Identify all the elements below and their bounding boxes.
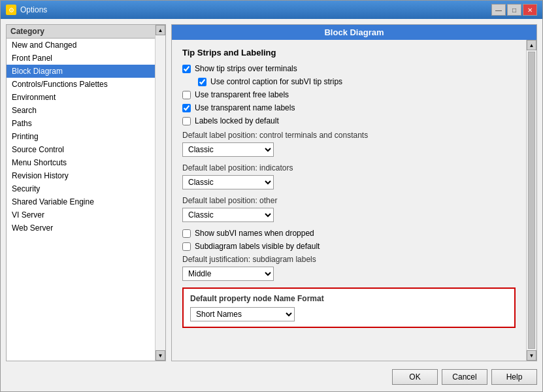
checkbox-row-2: Use control caption for subVI tip strips [198, 77, 516, 86]
right-scrollbar: ▲ ▼ [526, 40, 536, 361]
dropdown-select-subdiagram[interactable]: Middle Left Right [182, 267, 274, 281]
window-content: Category New and Changed Front Panel Blo… [1, 19, 542, 391]
checkbox-row-3: Use transparent free labels [182, 90, 516, 99]
dropdown-label-subdiagram: Default justification: subdiagram labels [182, 255, 516, 264]
scroll-track [156, 35, 165, 350]
category-list: New and Changed Front Panel Block Diagra… [7, 39, 155, 235]
dropdown-label-1: Default label position: control terminal… [182, 131, 516, 140]
checkbox-transparent-name-label: Use transparent name labels [195, 103, 295, 112]
left-list-content: Category New and Changed Front Panel Blo… [7, 25, 155, 361]
right-panel-container: Block Diagram Tip Strips and Labeling Sh… [171, 24, 537, 361]
right-panel-body: Tip Strips and Labeling Show tip strips … [172, 40, 536, 361]
main-area: Category New and Changed Front Panel Blo… [6, 24, 537, 361]
checkbox-control-caption[interactable] [198, 78, 206, 86]
dropdown-section-3: Default label position: other Classic To… [182, 196, 516, 222]
dropdown-label-2: Default label position: indicators [182, 163, 516, 172]
title-bar-left: ⚙ Options [6, 5, 47, 15]
category-header: Category [7, 25, 155, 39]
category-item-revision-history[interactable]: Revision History [7, 169, 155, 182]
right-panel-content: Tip Strips and Labeling Show tip strips … [172, 40, 526, 361]
cancel-button[interactable]: Cancel [442, 369, 487, 385]
category-item-menu-shortcuts[interactable]: Menu Shortcuts [7, 156, 155, 169]
window-icon: ⚙ [6, 5, 16, 15]
section-title: Tip Strips and Labeling [182, 48, 516, 57]
checkbox-transparent-free-label: Use transparent free labels [195, 90, 289, 99]
category-item-printing[interactable]: Printing [7, 130, 155, 143]
checkbox-row-6: Show subVI names when dropped [182, 229, 516, 238]
dropdown-label-3: Default label position: other [182, 196, 516, 205]
title-bar: ⚙ Options — □ ✕ [1, 1, 542, 19]
left-panel: Category New and Changed Front Panel Blo… [6, 24, 166, 361]
right-scroll-up-btn[interactable]: ▲ [527, 40, 536, 50]
dropdown-select-2[interactable]: Classic Top Bottom Left Right [182, 175, 274, 189]
help-button[interactable]: Help [491, 369, 537, 385]
dropdown-section-1: Default label position: control terminal… [182, 131, 516, 157]
category-item-new-changed[interactable]: New and Changed [7, 39, 155, 52]
short-names-dropdown[interactable]: Short Names Long Names [190, 307, 295, 321]
dropdown-row-2: Classic Top Bottom Left Right [182, 175, 516, 189]
maximize-button[interactable]: □ [507, 4, 521, 16]
dropdown-select-1[interactable]: Classic Top Bottom Left Right [182, 142, 274, 157]
category-item-environment[interactable]: Environment [7, 91, 155, 104]
dropdown-row-subdiagram: Middle Left Right [182, 267, 516, 281]
category-item-front-panel[interactable]: Front Panel [7, 52, 155, 65]
category-item-shared-variable[interactable]: Shared Variable Engine [7, 195, 155, 208]
close-button[interactable]: ✕ [523, 4, 537, 16]
category-item-search[interactable]: Search [7, 104, 155, 117]
checkbox-transparent-free[interactable] [182, 91, 191, 99]
checkbox-row-1: Show tip strips over terminals [182, 64, 516, 73]
scroll-up-btn[interactable]: ▲ [156, 25, 165, 35]
dropdown-row-1: Classic Top Bottom Left Right [182, 142, 516, 157]
checkbox-transparent-name[interactable] [182, 104, 191, 112]
window-title: Options [20, 5, 47, 14]
checkbox-control-caption-label: Use control caption for subVI tip strips [210, 77, 342, 86]
minimize-button[interactable]: — [491, 4, 506, 16]
checkbox-tip-strips-label: Show tip strips over terminals [195, 64, 297, 73]
right-scroll-down-btn[interactable]: ▼ [527, 350, 536, 361]
dropdown-select-3[interactable]: Classic Top Bottom Left Right [182, 208, 274, 222]
bottom-bar: OK Cancel Help [6, 367, 537, 386]
category-item-web-server[interactable]: Web Server [7, 221, 155, 235]
checkbox-row-7: Subdiagram labels visible by default [182, 242, 516, 251]
dropdown-section-2: Default label position: indicators Class… [182, 163, 516, 189]
highlighted-section: Default property node Name Format Short … [182, 287, 516, 328]
right-panel-header: Block Diagram [172, 25, 536, 40]
category-item-source-control[interactable]: Source Control [7, 143, 155, 156]
category-item-paths[interactable]: Paths [7, 117, 155, 130]
left-scrollbar: ▲ ▼ [155, 25, 165, 361]
dropdown-row-3: Classic Top Bottom Left Right [182, 208, 516, 222]
title-buttons: — □ ✕ [491, 4, 537, 16]
category-item-security[interactable]: Security [7, 182, 155, 195]
category-item-vi-server[interactable]: VI Server [7, 208, 155, 221]
checkbox-subdiagram-visible-label: Subdiagram labels visible by default [195, 242, 320, 251]
category-item-block-diagram[interactable]: Block Diagram [7, 65, 155, 78]
checkbox-row-5: Labels locked by default [182, 116, 516, 125]
highlighted-dropdown-row: Short Names Long Names [190, 307, 508, 321]
options-window: ⚙ Options — □ ✕ Category New and Changed… [0, 0, 543, 392]
checkbox-row-4: Use transparent name labels [182, 103, 516, 112]
checkbox-subvi-names[interactable] [182, 229, 191, 238]
checkbox-subdiagram-visible[interactable] [182, 242, 191, 251]
highlighted-section-label: Default property node Name Format [190, 294, 508, 303]
scroll-down-btn[interactable]: ▼ [156, 350, 165, 361]
checkbox-labels-locked[interactable] [182, 117, 191, 125]
right-scroll-thumb[interactable] [528, 52, 535, 349]
checkbox-subvi-names-label: Show subVI names when dropped [195, 229, 314, 238]
checkbox-tip-strips[interactable] [182, 65, 191, 73]
checkbox-labels-locked-label: Labels locked by default [195, 116, 279, 125]
category-item-controls-palettes[interactable]: Controls/Functions Palettes [7, 78, 155, 91]
ok-button[interactable]: OK [392, 369, 438, 385]
dropdown-section-subdiagram: Default justification: subdiagram labels… [182, 255, 516, 281]
